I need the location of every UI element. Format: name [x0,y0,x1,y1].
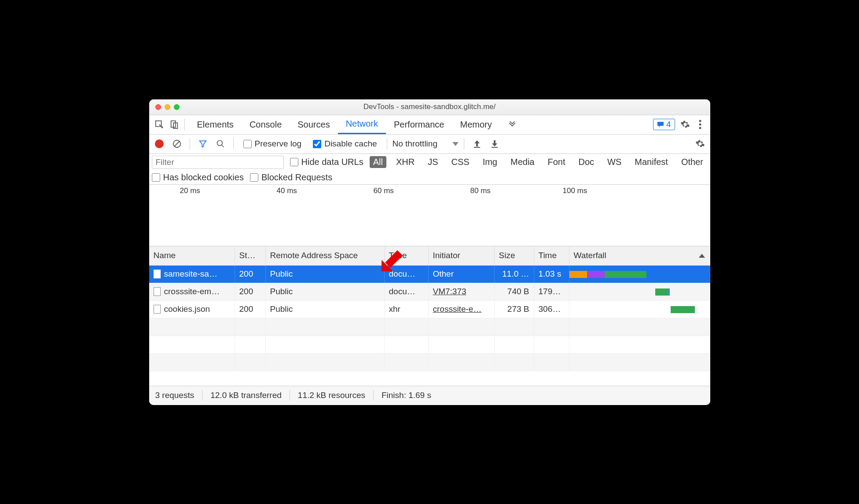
separator [387,138,387,150]
status-finish: Finish: 1.69 s [382,391,431,400]
filter-type-ws[interactable]: WS [604,156,625,168]
col-waterfall[interactable]: Waterfall [569,246,710,265]
filter-type-js[interactable]: JS [424,156,441,168]
download-har-icon[interactable] [487,136,502,151]
disable-cache-checkbox[interactable]: Disable cache [313,139,377,149]
zoom-window-button[interactable] [174,104,180,110]
table-cell: 200 [235,301,266,318]
console-issues-badge[interactable]: 4 [653,119,675,130]
settings-icon[interactable] [678,117,693,132]
preserve-log-checkbox[interactable]: Preserve log [243,139,302,149]
tab-elements[interactable]: Elements [189,115,242,134]
cell-waterfall [569,301,710,318]
separator [373,390,374,401]
separator [190,138,190,150]
table-cell: 273 B [495,301,534,318]
file-icon [154,270,161,278]
col-type[interactable]: Type [385,246,429,265]
svg-point-4 [699,124,701,126]
timeline-tick: 20 ms [180,186,200,195]
col-waterfall-label: Waterfall [574,251,606,260]
table-row[interactable]: cookies.json200Publicxhrcrosssite-e…273 … [149,301,710,318]
more-tabs-button[interactable] [500,115,525,134]
filter-type-css[interactable]: CSS [448,156,473,168]
hide-data-urls-checkbox[interactable]: Hide data URLs [290,157,363,167]
col-time[interactable]: Time [534,246,569,265]
col-size[interactable]: Size [495,246,534,265]
table-cell: 306… [534,301,569,318]
cell-waterfall [569,283,710,300]
blocked-requests-checkbox[interactable]: Blocked Requests [250,172,332,183]
cell-name: samesite-sa… [149,266,235,283]
devtools-window: DevTools - samesite-sandbox.glitch.me/ E… [149,99,710,405]
col-name[interactable]: Name [149,246,235,265]
col-initiator[interactable]: Initiator [429,246,495,265]
filter-type-all[interactable]: All [370,156,386,168]
traffic-lights [149,104,180,110]
upload-har-icon[interactable] [470,136,485,151]
search-icon[interactable] [213,136,228,151]
waterfall-bar [668,289,670,296]
file-icon [154,287,161,296]
cell-initiator[interactable]: crosssite-e… [429,301,495,318]
throttling-dropdown[interactable]: No throttling [393,139,459,149]
table-cell: docu… [385,283,429,300]
table-cell: Public [266,283,385,300]
col-remote-address-space[interactable]: Remote Address Space [266,246,385,265]
filter-type-manifest[interactable]: Manifest [631,156,672,168]
filter-type-media[interactable]: Media [507,156,538,168]
network-settings-icon[interactable] [693,136,708,151]
more-options-icon[interactable] [693,117,708,132]
table-cell: 740 B [495,283,534,300]
preserve-log-label: Preserve log [255,139,302,149]
svg-point-5 [699,127,701,129]
separator [202,390,202,401]
filter-type-doc[interactable]: Doc [575,156,598,168]
filter-type-xhr[interactable]: XHR [393,156,418,168]
tab-performance[interactable]: Performance [386,115,452,134]
sort-indicator-icon [699,254,705,258]
cell-name: cookies.json [149,301,235,318]
filter-row: Hide data URLs All XHR JS CSS Img Media … [149,154,710,171]
table-row[interactable]: crosssite-em…200Publicdocu…VM7:373740 B1… [149,283,710,301]
cell-initiator[interactable]: VM7:373 [429,283,495,300]
disable-cache-label: Disable cache [324,139,377,149]
filter-icon[interactable] [195,136,210,151]
separator [233,138,234,150]
timeline-overview[interactable]: 20 ms 40 ms 60 ms 80 ms 100 ms [149,185,710,246]
cell-name: crosssite-em… [149,283,235,300]
tab-console[interactable]: Console [242,115,290,134]
filter-input[interactable] [152,156,284,169]
requests-table: Name St… Remote Address Space Type Initi… [149,246,710,386]
waterfall-bar [587,271,605,278]
tab-sources[interactable]: Sources [290,115,338,134]
tab-memory[interactable]: Memory [452,115,500,134]
has-blocked-cookies-checkbox[interactable]: Has blocked cookies [152,172,244,183]
table-row[interactable]: samesite-sa…200Publicdocu…Other11.0 …1.0… [149,266,710,283]
timeline-tick: 100 ms [563,186,587,195]
table-row-empty [149,354,710,371]
waterfall-bar [605,271,646,278]
record-button[interactable] [152,136,167,151]
tab-network[interactable]: Network [338,115,386,134]
main-toolbar: Elements Console Sources Network Perform… [149,115,710,135]
timeline-tick: 80 ms [470,186,491,195]
filter-type-img[interactable]: Img [479,156,501,168]
clear-button[interactable] [169,136,184,151]
filter-type-font[interactable]: Font [544,156,569,168]
table-header: Name St… Remote Address Space Type Initi… [149,246,710,266]
table-body: samesite-sa…200Publicdocu…Other11.0 …1.0… [149,266,710,386]
table-cell: docu… [385,266,429,283]
inspect-element-icon[interactable] [152,117,167,132]
file-icon [154,305,161,314]
filter-type-other[interactable]: Other [678,156,707,168]
col-status[interactable]: St… [235,246,266,265]
minimize-window-button[interactable] [165,104,170,110]
status-resources: 11.2 kB resources [298,391,365,400]
table-cell: 1.03 s [534,266,569,283]
separator [290,390,290,401]
close-window-button[interactable] [155,104,161,110]
toggle-device-toolbar-icon[interactable] [167,117,182,132]
status-bar: 3 requests 12.0 kB transferred 11.2 kB r… [149,386,710,405]
cell-waterfall [569,266,710,283]
